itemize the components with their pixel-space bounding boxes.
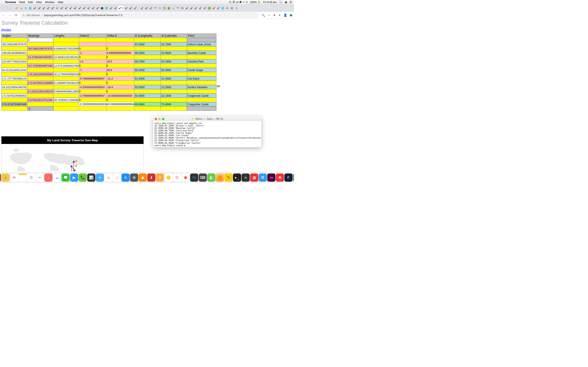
- browser-tab[interactable]: 🚀: [133, 6, 137, 11]
- cell-input[interactable]: [1, 42, 27, 46]
- browser-tab[interactable]: 🚀: [149, 6, 153, 11]
- cell-input[interactable]: [187, 68, 216, 72]
- back-button[interactable]: ←: [2, 13, 6, 17]
- dock[interactable]: ☺ ◉ ✉ 🧭 ✎ ⌂ 16 ☰ ✏ ♪ ☁ 💬 ▶ 📞 📊 ✈ ⦸ ♫ A ⚙…: [0, 172, 294, 183]
- cell-input[interactable]: [187, 59, 216, 63]
- cell-input[interactable]: [187, 51, 216, 55]
- browser-tab[interactable]: 🚀: [216, 6, 220, 11]
- cell-input[interactable]: [27, 81, 53, 85]
- cell-input[interactable]: [187, 85, 216, 89]
- dock-app[interactable]: R: [259, 174, 267, 182]
- cell-input[interactable]: [53, 81, 79, 85]
- browser-tab[interactable]: 🚀: [91, 6, 95, 11]
- browser-tab[interactable]: 🚀: [194, 6, 198, 11]
- cell-input[interactable]: [27, 38, 53, 42]
- browser-tab[interactable]: 🚀: [82, 6, 86, 11]
- dock-app[interactable]: F: [285, 174, 293, 182]
- dock-app-appstore[interactable]: A: [121, 174, 130, 182]
- browser-tab[interactable]: 🌐: [104, 6, 109, 11]
- menu-window[interactable]: Window: [45, 1, 54, 4]
- browser-tab[interactable]: 🚀: [198, 6, 202, 11]
- menu-help[interactable]: Help: [58, 1, 63, 4]
- dock-app[interactable]: ♫: [113, 174, 121, 182]
- cell-input[interactable]: [1, 68, 27, 72]
- dock-app[interactable]: ▶: [70, 174, 78, 182]
- tab-close-icon[interactable]: ×: [122, 7, 123, 9]
- dock-app[interactable]: ⦸: [104, 174, 112, 182]
- browser-tab[interactable]: 🌐: [221, 6, 225, 11]
- dock-app[interactable]: 📊: [87, 174, 95, 182]
- dock-app[interactable]: ▤: [293, 174, 294, 182]
- cell-input[interactable]: [134, 51, 161, 55]
- cell-input[interactable]: [27, 89, 53, 93]
- terminal-output[interactable]: users-mbp:htdocs user$ cat egg111.csv 32…: [153, 121, 261, 147]
- browser-tab[interactable]: 🚀: [144, 6, 148, 11]
- cell-input[interactable]: [53, 98, 79, 102]
- cell-input[interactable]: [134, 42, 161, 46]
- cell-input[interactable]: [27, 64, 53, 68]
- dock-app-chrome[interactable]: 🟡: [164, 174, 173, 182]
- dock-app[interactable]: ◓: [276, 174, 284, 182]
- cell-input[interactable]: [1, 51, 27, 55]
- browser-tab[interactable]: cP: [15, 6, 19, 11]
- browser-tab[interactable]: ⓐ: [230, 6, 234, 11]
- cell-input[interactable]: [1, 59, 27, 63]
- browser-tab[interactable]: 🚀: [46, 6, 50, 11]
- spotlight-icon[interactable]: 🔍: [279, 1, 282, 4]
- browser-tab[interactable]: ✅: [162, 6, 166, 11]
- browser-tab[interactable]: 🔺: [171, 6, 175, 11]
- browser-tab[interactable]: 🚀: [73, 6, 77, 11]
- browser-tab[interactable]: 🚀: [140, 6, 144, 11]
- dock-app-reminders[interactable]: ☰: [27, 174, 35, 182]
- dock-app[interactable]: ⎆: [242, 174, 250, 182]
- bookmark-star-icon[interactable]: ☆: [268, 13, 270, 17]
- browser-tab[interactable]: M: [158, 6, 162, 11]
- restart-link[interactable]: Restart: [1, 28, 11, 31]
- cell-input[interactable]: [53, 72, 79, 76]
- browser-tab[interactable]: 🚀: [37, 6, 41, 11]
- cell-input[interactable]: [187, 94, 216, 98]
- status-icons[interactable]: ⎋ Ⓜ ⎚ ✱ ᯤ ◀: [229, 1, 247, 4]
- profile-avatar-icon[interactable]: 👤: [283, 13, 287, 17]
- dock-app[interactable]: ☁: [53, 174, 61, 182]
- cell-input[interactable]: [134, 94, 161, 98]
- battery-status[interactable]: 100% 🔋: [250, 1, 261, 4]
- browser-tab[interactable]: 🚀: [33, 6, 37, 11]
- window-traffic-lights[interactable]: [2, 7, 12, 9]
- cell-input[interactable]: [27, 98, 53, 102]
- search-icon[interactable]: 🔍: [261, 13, 265, 17]
- new-tab-button[interactable]: +: [234, 6, 239, 10]
- browser-tab[interactable]: ⚫: [100, 6, 104, 11]
- dock-app[interactable]: ✈: [96, 174, 104, 182]
- cell-input[interactable]: [134, 85, 161, 89]
- dock-app[interactable]: ✎: [0, 174, 1, 182]
- menu-list-icon[interactable]: ☰: [290, 1, 292, 4]
- cell-input[interactable]: [161, 68, 187, 72]
- browser-tab[interactable]: 🚀: [189, 6, 193, 11]
- browser-tab[interactable]: 🚀: [212, 6, 216, 11]
- cell-input[interactable]: [161, 85, 187, 89]
- cell-input[interactable]: [1, 85, 27, 89]
- dock-app-opera[interactable]: O: [173, 174, 181, 182]
- browser-tab[interactable]: N: [225, 6, 229, 11]
- control-center-icon[interactable]: ◉: [285, 1, 287, 4]
- address-bar[interactable]: ⚠ Not Secure | rjmprogramming.com.au/HTM…: [20, 12, 259, 18]
- cell-input[interactable]: [161, 42, 187, 46]
- dock-app[interactable]: 16: [10, 174, 18, 182]
- browser-tab[interactable]: 🟩: [207, 6, 211, 11]
- dock-app[interactable]: ✎: [224, 174, 233, 182]
- cell-input[interactable]: [1, 76, 27, 81]
- dock-app[interactable]: Ps: [190, 174, 198, 182]
- dock-app[interactable]: ▦: [250, 174, 258, 182]
- dock-app[interactable]: 📞: [79, 174, 87, 182]
- cell-input[interactable]: [134, 102, 161, 106]
- terminal-titlebar[interactable]: 📁htdocs — -bash — 89×10: [153, 117, 261, 121]
- cell-input[interactable]: [187, 102, 216, 106]
- menu-view[interactable]: View: [36, 1, 42, 4]
- cell-input[interactable]: [134, 76, 161, 81]
- clock[interactable]: Fri 8:28 pm: [263, 1, 277, 4]
- dock-app[interactable]: ☀: [156, 174, 164, 182]
- browser-tab[interactable]: ᴼᴼᴼ: [176, 6, 180, 11]
- cell-input[interactable]: [1, 102, 27, 106]
- dock-app[interactable]: ⌂: [1, 174, 9, 182]
